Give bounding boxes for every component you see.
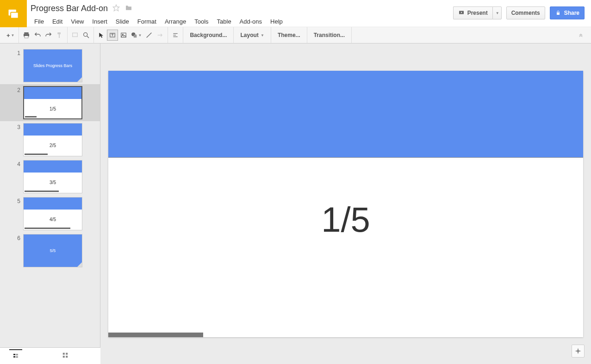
svg-rect-36 [66, 353, 68, 355]
thumbnail-title: 5/5 [24, 234, 82, 267]
menu-addons[interactable]: Add-ons [236, 16, 266, 27]
thumbnail[interactable]: Slides Progress Bars [23, 49, 82, 82]
present-dropdown[interactable]: ▼ [492, 6, 502, 19]
thumbnail-number: 2 [0, 86, 20, 93]
thumbnail-row[interactable]: 21/5 [0, 84, 100, 121]
svg-rect-35 [63, 353, 65, 355]
menu-arrange[interactable]: Arrange [161, 16, 190, 27]
image-icon[interactable] [118, 30, 129, 41]
svg-marker-14 [99, 33, 103, 38]
canvas-area[interactable]: 1/5 [100, 43, 591, 364]
filmstrip-view-icon[interactable] [9, 349, 22, 363]
thumbnail-row[interactable]: 54/5 [0, 195, 100, 232]
slides-logo[interactable] [0, 0, 27, 27]
thumbnail-band [24, 160, 82, 173]
thumbnail[interactable]: 5/5 [23, 234, 82, 267]
align-icon[interactable] [170, 30, 181, 41]
line-icon[interactable] [143, 30, 155, 41]
svg-rect-21 [133, 35, 136, 37]
present-icon [458, 10, 465, 16]
thumbnail[interactable]: 3/5 [23, 160, 82, 193]
svg-rect-18 [121, 33, 126, 37]
svg-rect-10 [59, 34, 60, 38]
comments-button[interactable]: Comments [506, 6, 545, 19]
svg-rect-11 [72, 33, 77, 37]
textbox-icon[interactable] [107, 30, 118, 41]
share-button[interactable]: Share [550, 6, 585, 19]
present-button[interactable]: Present [453, 6, 492, 19]
thumbnail-title: Slides Progress Bars [24, 49, 82, 82]
new-slide-button[interactable]: +▼ [5, 30, 17, 41]
thumbnail-number: 4 [0, 160, 20, 167]
collapse-toolbar-icon[interactable] [573, 32, 588, 39]
thumbnail-progress [25, 228, 70, 229]
paint-format-icon[interactable] [54, 30, 65, 41]
menu-edit[interactable]: Edit [49, 16, 66, 27]
svg-rect-9 [57, 32, 61, 34]
shape-icon[interactable]: ▼ [129, 30, 144, 41]
star-icon[interactable] [112, 4, 120, 13]
menu-view[interactable]: View [67, 16, 87, 27]
zoom-icon[interactable] [81, 30, 92, 41]
folder-icon[interactable] [124, 4, 133, 13]
transition-button[interactable]: Transition... [309, 30, 349, 41]
thumbnail-progress [25, 154, 48, 155]
slide-main-text: 1/5 [108, 199, 583, 240]
workspace: 1Slides Progress Bars21/532/543/554/565/… [0, 43, 591, 364]
svg-line-13 [87, 36, 89, 38]
present-label: Present [467, 10, 488, 16]
menu-format[interactable]: Format [134, 16, 160, 27]
grid-view-icon[interactable] [59, 349, 71, 363]
slide-panel[interactable]: 1Slides Progress Bars21/532/543/554/565/… [0, 43, 100, 364]
document-title[interactable]: Progress Bar Add-on [31, 4, 108, 13]
thumbnail-row[interactable]: 32/5 [0, 121, 100, 158]
menu-help[interactable]: Help [267, 16, 286, 27]
thumbnail-progress [25, 116, 37, 117]
svg-rect-8 [25, 36, 28, 38]
menu-insert[interactable]: Insert [88, 16, 111, 27]
current-slide[interactable]: 1/5 [108, 71, 583, 337]
svg-rect-33 [16, 357, 18, 357]
thumbnail[interactable]: 4/5 [23, 197, 82, 230]
zoom-fit-icon[interactable] [69, 30, 81, 41]
thumbnail-row[interactable]: 1Slides Progress Bars [0, 47, 100, 84]
explore-button[interactable] [572, 345, 585, 358]
thumbnail[interactable]: 2/5 [23, 123, 82, 156]
thumbnail-band [24, 197, 82, 210]
slide-progress-bar [108, 333, 203, 337]
background-button[interactable]: Background... [185, 30, 231, 41]
svg-rect-31 [16, 355, 18, 355]
undo-icon[interactable] [32, 30, 43, 41]
menu-table[interactable]: Table [213, 16, 235, 27]
thumbnail-progress [25, 191, 59, 192]
theme-button[interactable]: Theme... [273, 30, 305, 41]
redo-icon[interactable] [43, 30, 54, 41]
svg-rect-6 [24, 32, 28, 34]
lock-icon [555, 10, 561, 16]
arrow-icon[interactable] [155, 30, 166, 41]
svg-rect-29 [13, 354, 15, 355]
select-icon[interactable] [96, 30, 107, 41]
menu-tools[interactable]: Tools [191, 16, 212, 27]
thumbnail-band [24, 123, 82, 136]
print-icon[interactable] [21, 30, 32, 41]
menu-slide[interactable]: Slide [112, 16, 133, 27]
toolbar: +▼ ▼ Background... Layout ▼ Theme... Tra… [0, 27, 591, 43]
svg-rect-37 [63, 356, 65, 358]
thumbnail-text: 2/5 [24, 136, 82, 156]
svg-point-12 [83, 33, 87, 37]
svg-rect-30 [16, 354, 18, 355]
app-header: Progress Bar Add-on File Edit View Inser… [0, 0, 591, 27]
thumbnail-row[interactable]: 65/5 [0, 232, 100, 269]
menubar: File Edit View Insert Slide Format Arran… [31, 16, 453, 27]
thumbnail-number: 6 [0, 234, 20, 241]
menu-file[interactable]: File [31, 16, 48, 27]
thumbnail[interactable]: 1/5 [23, 86, 82, 119]
thumbnail-number: 3 [0, 123, 20, 130]
svg-line-22 [147, 33, 152, 38]
thumbnail-row[interactable]: 43/5 [0, 158, 100, 195]
thumbnail-text: 3/5 [24, 173, 82, 193]
share-label: Share [564, 10, 579, 16]
svg-rect-34 [16, 357, 18, 358]
layout-button[interactable]: Layout ▼ [236, 30, 268, 41]
